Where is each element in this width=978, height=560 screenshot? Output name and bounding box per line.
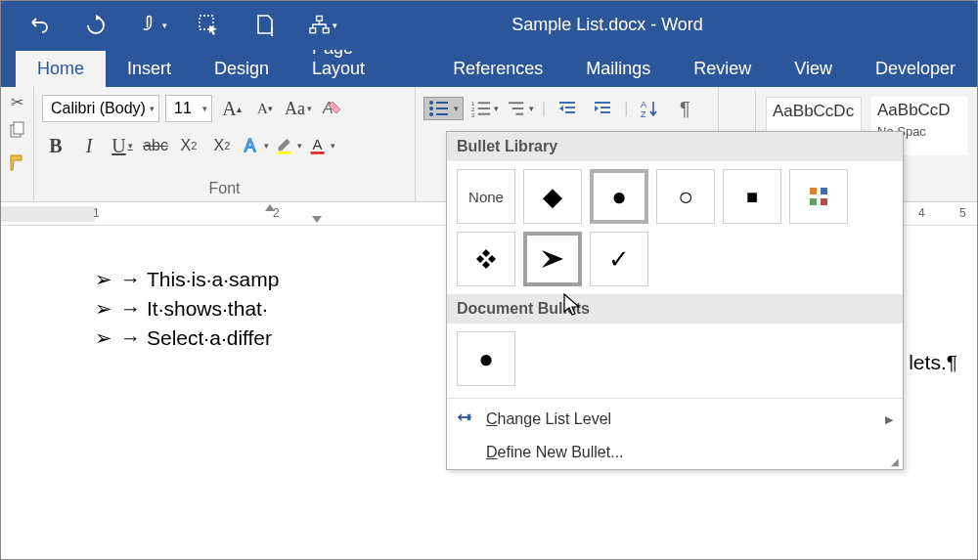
svg-rect-15 xyxy=(436,108,448,109)
clear-formatting-button[interactable]: A xyxy=(318,95,345,122)
bullet-glyph: ➢ xyxy=(95,297,112,321)
hierarchy-icon[interactable]: ▾ xyxy=(308,11,337,40)
tab-review[interactable]: Review xyxy=(672,51,773,87)
svg-rect-35 xyxy=(810,188,817,194)
chevron-down-icon: ▾ xyxy=(150,104,155,113)
bullet-option-none[interactable]: None xyxy=(457,169,515,224)
svg-text:A: A xyxy=(641,100,646,109)
redo-icon[interactable] xyxy=(81,11,111,40)
text-effects-button[interactable]: A▾ xyxy=(242,132,269,159)
svg-text:A: A xyxy=(312,137,322,152)
font-size-value: 11 xyxy=(174,100,192,117)
svg-point-16 xyxy=(429,112,433,116)
change-level-icon xyxy=(457,410,474,428)
document-text-trail: lets.¶ xyxy=(909,351,957,374)
svg-text:!: ! xyxy=(270,24,274,37)
show-paragraph-marks-button[interactable]: ¶ xyxy=(671,95,698,122)
tab-mark: → xyxy=(120,268,141,291)
change-list-level-menuitem[interactable]: Change List Level ▶ xyxy=(447,403,903,436)
first-line-indent-marker[interactable] xyxy=(265,204,275,211)
select-objects-icon[interactable] xyxy=(195,11,224,40)
strikethrough-button[interactable]: abc xyxy=(142,132,169,159)
tab-references[interactable]: References xyxy=(431,51,564,87)
svg-text:3: 3 xyxy=(471,112,474,117)
svg-rect-31 xyxy=(600,107,610,108)
svg-rect-24 xyxy=(509,102,523,104)
sort-button[interactable]: AZ xyxy=(636,95,663,122)
svg-point-12 xyxy=(429,101,433,105)
svg-text:Z: Z xyxy=(641,109,646,118)
tab-mailings[interactable]: Mailings xyxy=(564,51,672,87)
tab-view[interactable]: View xyxy=(773,51,854,87)
copy-icon[interactable] xyxy=(9,121,26,143)
font-size-selector[interactable]: 11 ▾ xyxy=(165,95,212,122)
subscript-button[interactable]: X2 xyxy=(175,132,202,159)
multilevel-list-button[interactable]: ▾ xyxy=(507,95,534,122)
submenu-arrow-icon: ▶ xyxy=(885,413,893,426)
bullet-option-four-diamonds[interactable] xyxy=(789,169,848,224)
bullet-option-arrowhead[interactable] xyxy=(523,232,582,286)
bullet-option-filled-square[interactable]: ■ xyxy=(723,169,781,224)
svg-rect-19 xyxy=(478,102,490,104)
bullet-option-filled-circle[interactable]: ● xyxy=(590,169,648,224)
font-name-selector[interactable]: Calibri (Body) ▾ xyxy=(42,95,159,122)
svg-text:A: A xyxy=(244,136,256,155)
change-case-button[interactable]: Aa▾ xyxy=(285,95,312,122)
svg-rect-27 xyxy=(559,102,575,104)
tab-home[interactable]: Home xyxy=(16,51,106,87)
superscript-button[interactable]: X2 xyxy=(208,132,236,159)
ribbon-tabs: Home Insert Design Page Layout Reference… xyxy=(1,50,977,87)
bullet-option-diamond[interactable]: ◆ xyxy=(523,169,582,224)
bullet-option-doc-circle[interactable]: ● xyxy=(457,331,515,386)
svg-rect-9 xyxy=(278,151,291,154)
quick-access-toolbar: ▾ ! ▾ xyxy=(1,11,337,40)
svg-rect-36 xyxy=(821,188,827,194)
svg-point-14 xyxy=(429,107,433,110)
touch-mode-icon[interactable]: ▾ xyxy=(138,11,167,40)
bullet-option-checkmark[interactable]: ✓ xyxy=(590,232,648,286)
svg-rect-26 xyxy=(516,113,524,115)
font-name-value: Calibri (Body) xyxy=(51,100,146,117)
svg-rect-37 xyxy=(810,198,817,205)
shrink-font-button[interactable]: A▾ xyxy=(251,95,279,122)
bullet-option-hollow-circle[interactable]: ○ xyxy=(656,169,715,224)
underline-button[interactable]: U▾ xyxy=(109,132,136,159)
app-title: Sample List.docx - Word xyxy=(511,15,703,35)
cut-icon[interactable]: ✂ xyxy=(11,93,23,111)
font-color-button[interactable]: A▾ xyxy=(308,132,335,159)
define-new-bullet-menuitem[interactable]: Define New Bullet... xyxy=(447,436,903,469)
new-document-icon[interactable]: ! xyxy=(251,11,281,40)
bold-button[interactable]: B xyxy=(42,132,69,159)
bullets-dropdown: Bullet Library None ◆ ● ○ ■ ✓ Document B… xyxy=(446,131,904,470)
svg-rect-6 xyxy=(14,122,23,134)
resize-grip-icon[interactable]: ◢ xyxy=(891,456,899,467)
hanging-indent-marker[interactable] xyxy=(312,216,322,223)
italic-button[interactable]: I xyxy=(75,132,103,159)
tab-insert[interactable]: Insert xyxy=(106,51,193,87)
svg-rect-23 xyxy=(478,113,490,115)
bullets-icon xyxy=(428,100,450,117)
svg-rect-11 xyxy=(311,151,325,154)
bullet-glyph: ➢ xyxy=(95,326,112,350)
mouse-cursor-icon xyxy=(562,292,582,322)
svg-rect-21 xyxy=(478,108,490,109)
bullets-button[interactable]: ▾ xyxy=(423,97,464,120)
chevron-down-icon: ▾ xyxy=(202,104,207,113)
tab-mark: → xyxy=(120,326,141,350)
increase-indent-button[interactable] xyxy=(589,95,616,122)
bullet-option-clubs[interactable] xyxy=(457,232,515,286)
tab-developer[interactable]: Developer xyxy=(854,51,977,87)
decrease-indent-button[interactable] xyxy=(554,95,581,122)
svg-rect-29 xyxy=(565,111,575,113)
grow-font-button[interactable]: A▴ xyxy=(218,95,245,122)
document-bullets-header: Document Bullets xyxy=(447,294,903,323)
format-painter-icon[interactable] xyxy=(8,152,27,176)
svg-rect-32 xyxy=(600,111,610,113)
svg-rect-38 xyxy=(821,198,827,205)
undo-icon[interactable] xyxy=(24,11,54,40)
numbering-button[interactable]: 123▾ xyxy=(471,95,499,122)
highlight-button[interactable]: ▾ xyxy=(275,132,302,159)
svg-rect-4 xyxy=(323,28,329,33)
bullet-glyph: ➢ xyxy=(95,268,112,291)
tab-design[interactable]: Design xyxy=(193,51,290,87)
